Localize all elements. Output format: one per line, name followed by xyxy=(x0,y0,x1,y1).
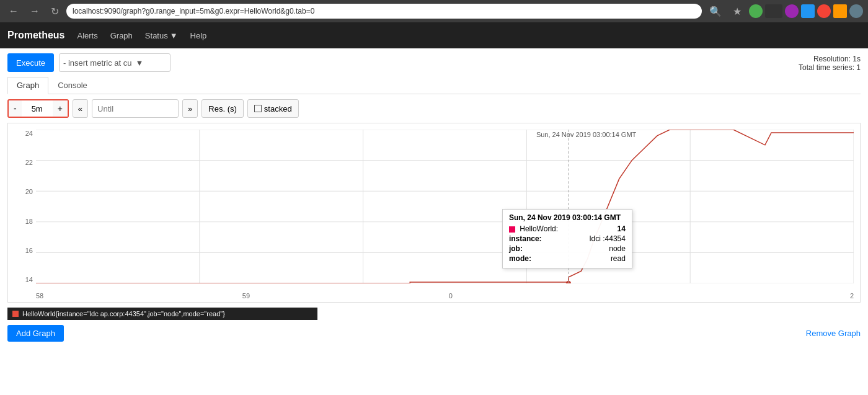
range-input-wrap: - + xyxy=(7,99,69,118)
ext-icon-5 xyxy=(817,4,831,18)
metric-value: - insert metric at cu xyxy=(63,58,132,68)
metric-selector[interactable]: - insert metric at cu ▼ xyxy=(59,53,170,72)
search-icon[interactable]: 🔍 xyxy=(706,4,725,19)
browser-bar: ← → ↻ localhost:9090/graph?g0.range_inpu… xyxy=(0,0,868,22)
stacked-checkbox-icon xyxy=(254,105,262,112)
y-axis: 24 22 20 18 16 14 xyxy=(8,130,35,283)
x-label-58: 58 xyxy=(36,292,43,300)
tooltip-job-row: job: node xyxy=(509,244,626,253)
chevron-down-icon: ▼ xyxy=(170,31,178,40)
resolution-info: Resolution: 1s Total time series: 1 xyxy=(799,55,861,72)
y-label-16: 16 xyxy=(25,247,33,254)
range-input[interactable] xyxy=(22,100,53,117)
tooltip-job-val: node xyxy=(609,244,626,253)
address-bar[interactable]: localhost:9090/graph?g0.range_input=5m&g… xyxy=(66,4,702,19)
resolution-label: Resolution: 1s xyxy=(799,55,861,63)
navbar: Prometheus Alerts Graph Status ▼ Help xyxy=(0,22,868,48)
back-button[interactable]: ← xyxy=(5,4,22,18)
ext-icon-1 xyxy=(749,4,763,18)
tooltip-metric-swatch: HelloWorld: xyxy=(509,224,558,233)
tooltip-instance-val: ldci :44354 xyxy=(590,234,626,243)
tooltip-box: Sun, 24 Nov 2019 03:00:14 GMT HelloWorld… xyxy=(502,209,632,269)
x-label-0: 0 xyxy=(449,292,453,300)
tooltip-metric-val: 14 xyxy=(618,224,626,233)
ext-icon-7 xyxy=(849,4,863,18)
total-time-series: Total time series: 1 xyxy=(799,63,861,72)
dropdown-arrow-icon: ▼ xyxy=(136,58,144,68)
tooltip-instance-row: instance: ldci :44354 xyxy=(509,234,626,243)
chart-svg xyxy=(36,130,854,283)
ext-icon-3 xyxy=(785,4,799,18)
main-content: Resolution: 1s Total time series: 1 Exec… xyxy=(0,48,868,347)
tab-graph[interactable]: Graph xyxy=(7,77,48,94)
resolution-button[interactable]: Res. (s) xyxy=(202,99,244,118)
tabs: Graph Console xyxy=(7,77,861,94)
x-axis: 58 59 0 2 xyxy=(36,292,854,300)
y-label-24: 24 xyxy=(25,130,33,137)
execute-button[interactable]: Execute xyxy=(7,53,54,72)
browser-extensions xyxy=(749,4,863,18)
stacked-label: stacked xyxy=(264,104,292,113)
tooltip-timestamp-line: Sun, 24 Nov 2019 03:00:14 GMT xyxy=(509,213,621,222)
tooltip-job-key: job: xyxy=(509,244,523,253)
tooltip-metric-row: HelloWorld: 14 xyxy=(509,224,626,233)
y-label-18: 18 xyxy=(25,218,33,225)
query-row: Execute - insert metric at cu ▼ xyxy=(7,53,861,72)
range-increase-button[interactable]: + xyxy=(53,100,68,117)
tooltip-mode-val: read xyxy=(611,254,626,263)
nav-help[interactable]: Help xyxy=(190,31,207,40)
tooltip-instance-key: instance: xyxy=(509,234,542,243)
ext-icon-4 xyxy=(801,4,815,18)
forward-button[interactable]: → xyxy=(26,4,43,18)
x-label-59: 59 xyxy=(242,292,250,300)
x-label-2: 2 xyxy=(850,292,854,300)
add-graph-button[interactable]: Add Graph xyxy=(7,325,64,342)
remove-graph-link[interactable]: Remove Graph xyxy=(806,329,861,338)
tooltip-metric-key: HelloWorld: xyxy=(520,224,558,233)
nav-status-dropdown[interactable]: Status ▼ xyxy=(145,31,178,40)
tooltip-mode-row: mode: read xyxy=(509,254,626,263)
chart-container: Sun, 24 Nov 2019 03:00:14 GMT 24 22 20 1… xyxy=(7,123,861,303)
bottom-row: Add Graph Remove Graph xyxy=(7,325,861,342)
stacked-button[interactable]: stacked xyxy=(247,99,299,118)
ext-icon-2 xyxy=(765,4,782,18)
chart-line xyxy=(36,130,854,283)
range-decrease-button[interactable]: - xyxy=(9,100,22,117)
ext-icon-6 xyxy=(833,4,847,18)
next-time-button[interactable]: » xyxy=(182,99,198,118)
url-text: localhost:9090/graph?g0.range_input=5m&g… xyxy=(73,7,314,16)
bookmark-icon[interactable]: ★ xyxy=(729,4,745,19)
tooltip-mode-key: mode: xyxy=(509,254,531,263)
prev-time-button[interactable]: « xyxy=(73,99,88,118)
reload-button[interactable]: ↻ xyxy=(47,4,63,19)
legend-color-swatch xyxy=(12,311,19,317)
nav-graph[interactable]: Graph xyxy=(110,31,133,40)
y-label-14: 14 xyxy=(25,276,33,283)
brand-title: Prometheus xyxy=(7,30,64,41)
y-label-22: 22 xyxy=(25,159,33,166)
until-input[interactable] xyxy=(92,99,179,118)
nav-status-label: Status xyxy=(145,31,168,40)
tooltip-title: Sun, 24 Nov 2019 03:00:14 GMT xyxy=(509,213,626,222)
y-label-20: 20 xyxy=(25,188,33,195)
legend-area: HelloWorld{instance="ldc ap.corp:44354",… xyxy=(7,308,317,320)
tab-console[interactable]: Console xyxy=(48,77,97,94)
nav-alerts[interactable]: Alerts xyxy=(77,31,97,40)
legend-text: HelloWorld{instance="ldc ap.corp:44354",… xyxy=(22,310,225,317)
graph-controls: - + « » Res. (s) stacked xyxy=(7,99,861,118)
tooltip-color-swatch xyxy=(509,226,515,233)
